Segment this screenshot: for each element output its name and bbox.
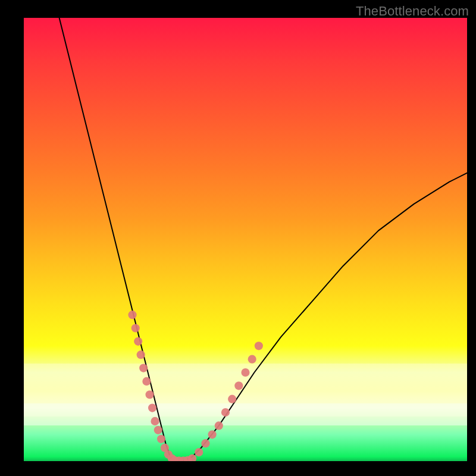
marker-dot bbox=[139, 364, 148, 372]
marker-dot bbox=[248, 355, 256, 364]
marker-dot bbox=[134, 337, 142, 346]
marker-dot bbox=[228, 395, 236, 403]
marker-dot bbox=[215, 421, 223, 430]
marker-dot bbox=[157, 435, 165, 443]
plot-area bbox=[24, 18, 467, 461]
marker-dot bbox=[142, 377, 151, 386]
marker-dot bbox=[154, 426, 162, 434]
watermark-text: TheBottleneck.com bbox=[356, 4, 469, 19]
curve-layer bbox=[24, 18, 467, 461]
marker-dot bbox=[208, 430, 217, 439]
marker-dot bbox=[146, 390, 154, 399]
marker-dot bbox=[151, 417, 159, 425]
chart-frame: TheBottleneck.com bbox=[0, 0, 476, 476]
marker-dot bbox=[137, 350, 145, 359]
data-markers bbox=[128, 311, 262, 461]
marker-dot bbox=[188, 454, 196, 461]
marker-dot bbox=[241, 368, 249, 377]
marker-dot bbox=[195, 448, 203, 456]
curve-path bbox=[60, 18, 467, 461]
marker-dot bbox=[131, 324, 140, 332]
marker-dot bbox=[148, 404, 156, 412]
marker-dot bbox=[255, 342, 263, 350]
marker-dot bbox=[234, 381, 243, 390]
marker-dot bbox=[128, 311, 136, 319]
marker-dot bbox=[221, 408, 230, 416]
marker-dot bbox=[201, 439, 209, 447]
bottleneck-curve bbox=[60, 18, 467, 461]
